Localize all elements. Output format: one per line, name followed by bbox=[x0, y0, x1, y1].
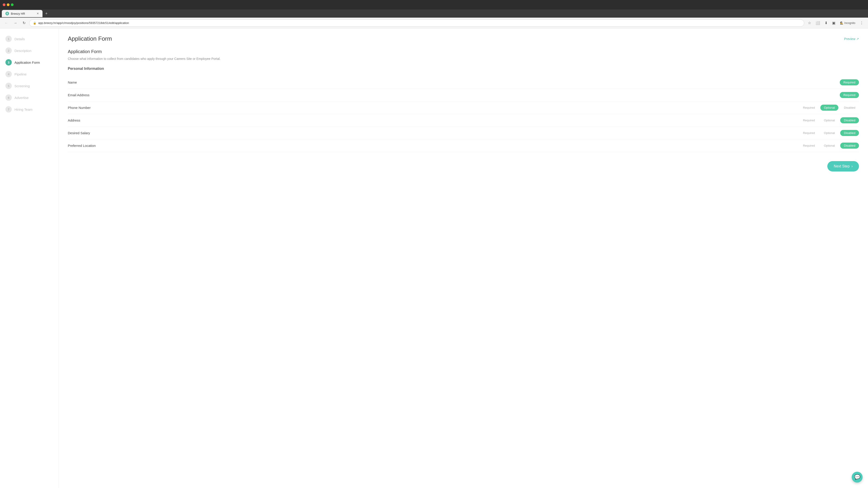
field-label-0: Name bbox=[68, 80, 840, 84]
field-toggle-5-1[interactable]: Optional bbox=[820, 142, 838, 149]
split-view-button[interactable]: ▣ bbox=[830, 20, 837, 26]
extensions-button[interactable]: ⬜ bbox=[814, 20, 822, 26]
fields-container: NameRequiredEmail AddressRequiredPhone N… bbox=[68, 76, 859, 152]
sidebar-item-advertise[interactable]: 6Advertise bbox=[0, 92, 59, 103]
field-row-4: Desired SalaryRequiredOptionalDisabled bbox=[68, 127, 859, 139]
browser-window-controls bbox=[0, 0, 868, 9]
field-label-3: Address bbox=[68, 119, 799, 122]
sidebar-label-description: Description bbox=[14, 49, 31, 53]
field-controls-0: Required bbox=[840, 79, 859, 86]
field-controls-2: RequiredOptionalDisabled bbox=[799, 105, 859, 111]
field-row-0: NameRequired bbox=[68, 76, 859, 89]
field-row-2: Phone NumberRequiredOptionalDisabled bbox=[68, 101, 859, 114]
sidebar-label-details: Details bbox=[14, 37, 25, 41]
field-toggle-3-2[interactable]: Disabled bbox=[840, 117, 859, 123]
sidebar-label-hiring-team: Hiring Team bbox=[14, 107, 33, 111]
page-header: Application Form Preview ↗ bbox=[68, 35, 859, 42]
sidebar-item-hiring-team[interactable]: 7Hiring Team bbox=[0, 103, 59, 115]
url-bar[interactable]: 🔒 app.breezy.hr/app/c/moodjoy/positions/… bbox=[29, 20, 804, 27]
sidebar-item-details[interactable]: 1Details bbox=[0, 33, 59, 45]
field-label-2: Phone Number bbox=[68, 106, 799, 109]
page-title: Application Form bbox=[68, 35, 112, 42]
personal-info-header: Personal Information bbox=[68, 67, 859, 72]
window-close-button[interactable] bbox=[3, 3, 5, 6]
field-controls-1: Required bbox=[840, 92, 859, 98]
sidebar-label-advertise: Advertise bbox=[14, 96, 29, 100]
reload-button[interactable]: ↻ bbox=[21, 20, 27, 26]
favicon-letter: B bbox=[6, 12, 8, 15]
incognito-label: Incognito bbox=[844, 22, 855, 25]
field-toggle-2-0[interactable]: Required bbox=[799, 105, 818, 111]
field-toggle-4-2[interactable]: Disabled bbox=[840, 130, 859, 136]
bottom-bar: Next Step › bbox=[68, 152, 859, 171]
field-toggle-2-2[interactable]: Disabled bbox=[840, 105, 859, 111]
step-circle-screening: 5 bbox=[5, 83, 12, 89]
field-toggle-3-1[interactable]: Optional bbox=[820, 117, 838, 123]
window-buttons bbox=[3, 3, 13, 6]
url-text: app.breezy.hr/app/c/moodjoy/positions/59… bbox=[38, 21, 129, 25]
nav-actions: ☆ ⬜ ⬇ ▣ 🕵️ Incognito ⋮ bbox=[806, 20, 865, 26]
next-step-button[interactable]: Next Step › bbox=[827, 161, 859, 171]
sidebar-label-application-form: Application Form bbox=[14, 61, 40, 64]
chat-fab-button[interactable]: 💬 bbox=[852, 472, 863, 483]
incognito-button[interactable]: 🕵️ Incognito bbox=[838, 20, 857, 26]
download-button[interactable]: ⬇ bbox=[823, 20, 829, 26]
sidebar-label-pipeline: Pipeline bbox=[14, 72, 26, 76]
step-circle-advertise: 6 bbox=[5, 94, 12, 101]
field-label-5: Preferred Location bbox=[68, 144, 799, 148]
step-circle-pipeline: 4 bbox=[5, 71, 12, 77]
field-toggle-5-0[interactable]: Required bbox=[799, 142, 818, 149]
tab-title: Breezy HR bbox=[11, 12, 25, 15]
field-label-4: Desired Salary bbox=[68, 131, 799, 135]
field-controls-5: RequiredOptionalDisabled bbox=[799, 142, 859, 149]
next-step-label: Next Step bbox=[834, 164, 849, 168]
sidebar-item-description[interactable]: 2Description bbox=[0, 45, 59, 57]
field-row-5: Preferred LocationRequiredOptionalDisabl… bbox=[68, 139, 859, 152]
back-button[interactable]: ← bbox=[3, 20, 10, 26]
external-link-icon: ↗ bbox=[856, 37, 859, 41]
menu-button[interactable]: ⋮ bbox=[858, 20, 865, 26]
field-toggle-1-0[interactable]: Required bbox=[840, 92, 859, 98]
step-circle-description: 2 bbox=[5, 47, 12, 54]
field-toggle-3-0[interactable]: Required bbox=[799, 117, 818, 123]
app-layout: 1Details2Description3Application Form4Pi… bbox=[0, 29, 868, 488]
section-description: Choose what information to collect from … bbox=[68, 57, 859, 61]
preview-label: Preview bbox=[844, 37, 855, 41]
tab-close-button[interactable]: ✕ bbox=[37, 12, 39, 15]
field-controls-4: RequiredOptionalDisabled bbox=[799, 130, 859, 136]
navigation-bar: ← → ↻ 🔒 app.breezy.hr/app/c/moodjoy/posi… bbox=[0, 18, 868, 29]
main-content: Application Form Preview ↗ Application F… bbox=[59, 29, 868, 488]
field-row-3: AddressRequiredOptionalDisabled bbox=[68, 114, 859, 127]
new-tab-button[interactable]: + bbox=[43, 10, 50, 17]
forward-button[interactable]: → bbox=[12, 20, 19, 26]
window-maximize-button[interactable] bbox=[11, 3, 13, 6]
field-toggle-4-0[interactable]: Required bbox=[799, 130, 818, 136]
field-label-1: Email Address bbox=[68, 93, 840, 97]
next-step-arrow-icon: › bbox=[851, 164, 852, 168]
field-toggle-4-1[interactable]: Optional bbox=[820, 130, 838, 136]
field-row-1: Email AddressRequired bbox=[68, 89, 859, 101]
field-toggle-2-1[interactable]: Optional bbox=[820, 105, 838, 111]
ssl-lock-icon: 🔒 bbox=[33, 22, 36, 25]
step-circle-details: 1 bbox=[5, 36, 12, 42]
bookmark-button[interactable]: ☆ bbox=[806, 20, 813, 26]
active-tab[interactable]: B Breezy HR ✕ bbox=[2, 10, 42, 17]
sidebar-label-screening: Screening bbox=[14, 84, 30, 88]
window-minimize-button[interactable] bbox=[7, 3, 9, 6]
field-toggle-5-2[interactable]: Disabled bbox=[840, 142, 859, 149]
field-toggle-0-0[interactable]: Required bbox=[840, 79, 859, 86]
tab-favicon: B bbox=[5, 12, 9, 15]
step-circle-hiring-team: 7 bbox=[5, 106, 12, 112]
tab-bar: B Breezy HR ✕ + bbox=[0, 9, 868, 18]
field-controls-3: RequiredOptionalDisabled bbox=[799, 117, 859, 123]
sidebar: 1Details2Description3Application Form4Pi… bbox=[0, 29, 59, 488]
sidebar-item-screening[interactable]: 5Screening bbox=[0, 80, 59, 92]
step-circle-application-form: 3 bbox=[5, 59, 12, 66]
incognito-icon: 🕵️ bbox=[840, 22, 843, 25]
sidebar-item-application-form[interactable]: 3Application Form bbox=[0, 57, 59, 68]
sidebar-item-pipeline[interactable]: 4Pipeline bbox=[0, 68, 59, 80]
preview-link[interactable]: Preview ↗ bbox=[844, 37, 859, 41]
section-title: Application Form bbox=[68, 49, 859, 54]
